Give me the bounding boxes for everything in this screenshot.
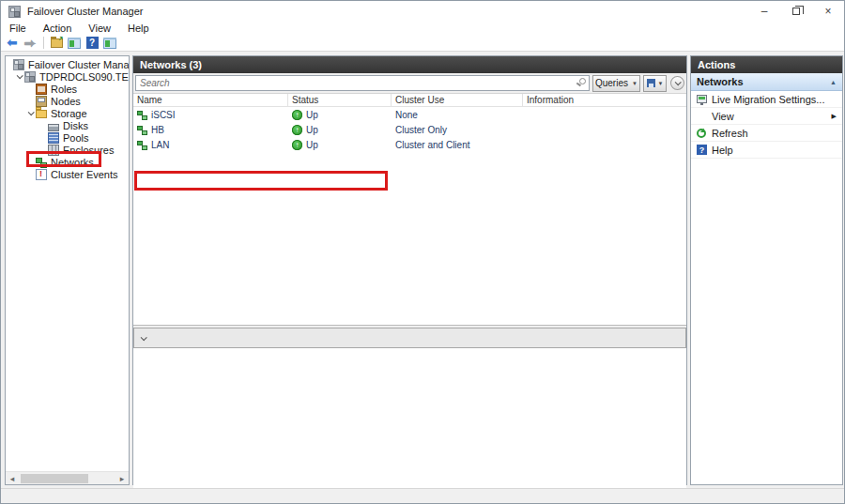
status-bar: [1, 488, 844, 503]
cluster-icon: [24, 71, 36, 83]
tree-item-networks[interactable]: Networks: [6, 156, 129, 168]
menu-help[interactable]: Help: [119, 23, 158, 34]
results-pane-header: Networks (3): [133, 56, 686, 73]
list-column-headers: Name Status Cluster Use Information: [133, 94, 686, 107]
cluster-events-icon: [36, 169, 47, 180]
chevron-down-icon: ▼: [632, 81, 638, 86]
help-icon: ?: [697, 145, 707, 155]
show-hide-console-tree-button[interactable]: [66, 36, 83, 51]
summary-collapse-bar[interactable]: [133, 328, 686, 348]
menu-view[interactable]: View: [80, 23, 119, 34]
cluster-manager-icon: [13, 59, 24, 70]
table-row-iscsi[interactable]: iSCSI ↑Up None: [133, 107, 686, 122]
restore-icon: [792, 8, 800, 15]
networks-icon: [36, 157, 47, 168]
app-window: Failover Cluster Manager – × File Action…: [0, 0, 845, 504]
storage-folder-icon: [36, 110, 47, 118]
up-one-level-icon: [51, 38, 63, 48]
save-query-icon: [647, 79, 655, 87]
content-area: Failover Cluster Manager TDPRDCLS090.TES…: [1, 52, 844, 488]
collapse-search-button[interactable]: [670, 76, 684, 90]
menu-action[interactable]: Action: [35, 23, 81, 34]
actions-pane: Actions Networks ▲ Live Migration Settin…: [690, 55, 843, 485]
live-migration-icon: [697, 95, 707, 103]
toolbar: ⬅ ⮕ ?: [1, 35, 844, 52]
up-arrow-icon: ↑: [292, 140, 302, 150]
search-input[interactable]: [135, 75, 590, 91]
tree-item-failover-cluster-manager[interactable]: Failover Cluster Manager: [6, 58, 129, 70]
refresh-icon: [697, 129, 706, 138]
back-icon: ⬅: [8, 37, 18, 49]
menu-file[interactable]: File: [1, 23, 35, 34]
tree-item-cluster-events[interactable]: Cluster Events: [6, 168, 129, 180]
tree-item-roles[interactable]: Roles: [6, 83, 129, 95]
column-header-information[interactable]: Information: [523, 94, 686, 106]
show-hide-action-pane-button[interactable]: [101, 36, 118, 51]
summary-pane: [133, 348, 686, 503]
tree-item-nodes[interactable]: Nodes: [6, 95, 129, 107]
roles-icon: [36, 84, 47, 95]
expand-chevron-icon[interactable]: [13, 74, 24, 79]
action-view[interactable]: View ▶: [691, 108, 842, 125]
action-refresh[interactable]: Refresh: [691, 125, 842, 142]
menu-bar: File Action View Help: [1, 22, 844, 35]
show-hide-console-tree-icon: [68, 38, 81, 49]
chevron-up-icon: ▲: [830, 79, 837, 85]
tree-item-disks[interactable]: Disks: [6, 119, 129, 131]
tree-horizontal-scrollbar[interactable]: ◂ ▸: [6, 471, 129, 484]
console-tree: Failover Cluster Manager TDPRDCLS090.TES…: [6, 56, 129, 180]
table-row-hb[interactable]: HB ↑Up Cluster Only: [133, 122, 686, 137]
actions-group-networks[interactable]: Networks ▲: [691, 73, 842, 91]
scroll-right-icon[interactable]: ▸: [115, 472, 129, 485]
scroll-left-icon[interactable]: ◂: [6, 472, 19, 485]
tree-item-storage[interactable]: Storage: [6, 107, 129, 119]
network-icon: [137, 110, 147, 120]
console-tree-pane: Failover Cluster Manager TDPRDCLS090.TES…: [5, 55, 130, 485]
help-icon: ?: [86, 37, 99, 49]
forward-button[interactable]: ⮕: [22, 36, 38, 51]
searchbox: [135, 75, 590, 91]
minimize-button[interactable]: –: [748, 1, 780, 22]
tree-item-pools[interactable]: Pools: [6, 131, 129, 144]
pools-icon: [48, 132, 59, 144]
app-icon: [8, 6, 21, 18]
chevron-down-icon: [141, 334, 147, 341]
up-arrow-icon: ↑: [292, 110, 302, 120]
back-button[interactable]: ⬅: [4, 36, 21, 51]
networks-list: Name Status Cluster Use Information iSCS…: [133, 94, 686, 326]
table-row-lan[interactable]: LAN ↑Up Cluster and Client: [133, 137, 686, 152]
results-pane: Networks (3) Queries ▼ ▼: [132, 55, 687, 485]
window-title: Failover Cluster Manager: [27, 6, 144, 17]
forward-icon: ⮕: [23, 37, 36, 49]
actions-pane-title: Actions: [698, 59, 735, 70]
queries-button[interactable]: Queries ▼: [592, 75, 640, 92]
show-hide-action-pane-icon: [103, 38, 116, 49]
close-button[interactable]: ×: [812, 1, 844, 22]
network-icon: [137, 140, 147, 150]
column-header-cluster-use[interactable]: Cluster Use: [392, 94, 523, 106]
action-help[interactable]: ? Help: [691, 142, 842, 159]
red-annotation-box-lan: [134, 171, 388, 191]
restore-button[interactable]: [780, 1, 812, 22]
chevron-down-icon: [675, 79, 682, 85]
tree-item-cluster[interactable]: TDPRDCLS090.TESTDOMAI: [6, 70, 129, 83]
save-query-button[interactable]: ▼: [643, 75, 667, 92]
column-header-name[interactable]: Name: [133, 94, 288, 106]
up-one-level-button[interactable]: [48, 36, 65, 51]
column-header-status[interactable]: Status: [288, 94, 392, 106]
enclosures-icon: [48, 145, 59, 156]
nodes-icon: [36, 96, 47, 107]
search-row: Queries ▼ ▼: [133, 73, 686, 94]
network-icon: [137, 125, 147, 135]
submenu-arrow-icon: ▶: [832, 113, 837, 120]
chevron-down-icon: ▼: [658, 81, 664, 86]
search-icon: [579, 78, 586, 84]
up-arrow-icon: ↑: [292, 125, 302, 135]
tree-item-enclosures[interactable]: Enclosures: [6, 144, 129, 156]
toolbar-separator: [43, 37, 44, 49]
action-live-migration-settings[interactable]: Live Migration Settings...: [691, 91, 842, 108]
title-bar: Failover Cluster Manager – ×: [1, 1, 844, 22]
scrollbar-thumb[interactable]: [21, 474, 88, 483]
toolbar-help-button[interactable]: ?: [84, 36, 100, 51]
expand-chevron-icon[interactable]: [24, 111, 36, 115]
